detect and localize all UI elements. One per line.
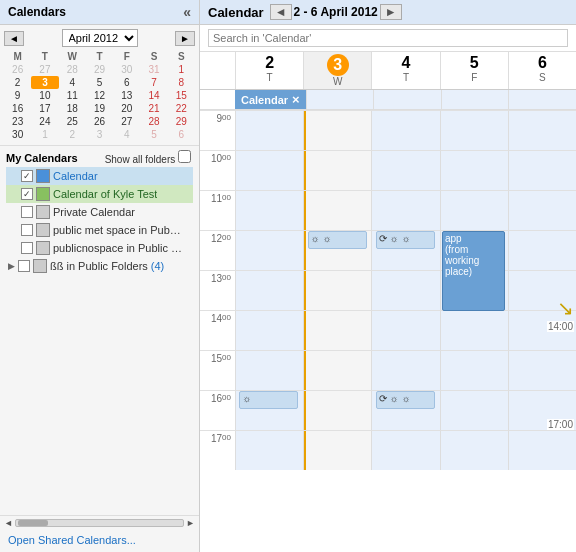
mini-cal-day[interactable]: 2 [59, 128, 86, 141]
mini-cal-day[interactable]: 2 [4, 76, 31, 89]
mini-cal-day[interactable]: 31 [140, 63, 167, 76]
cal-item-checkbox[interactable] [18, 260, 30, 272]
grid-cell-11-3[interactable] [440, 190, 508, 230]
mini-cal-month-select[interactable]: April 2012 [62, 29, 138, 47]
cal-item[interactable]: ▶ßß in Public Folders (4) [6, 257, 193, 275]
mini-cal-day[interactable]: 22 [168, 102, 195, 115]
show-all-label[interactable]: Show all folders [105, 150, 193, 165]
mini-cal-day[interactable]: 7 [140, 76, 167, 89]
grid-cell-15-2[interactable] [371, 350, 439, 390]
scroll-right-arrow[interactable]: ► [186, 518, 195, 528]
grid-cell-16-3[interactable] [440, 390, 508, 430]
mini-cal-day[interactable]: 4 [113, 128, 140, 141]
mini-cal-day[interactable]: 21 [140, 102, 167, 115]
cal-item[interactable]: Private Calendar [6, 203, 193, 221]
grid-cell-13-1[interactable] [303, 270, 371, 310]
mini-cal-day[interactable]: 3 [86, 128, 113, 141]
open-shared-link[interactable]: Open Shared Calendars... [8, 534, 136, 546]
grid-cell-16-0[interactable]: ☼ [235, 390, 303, 430]
mini-cal-day[interactable]: 10 [31, 89, 58, 102]
grid-cell-10-4[interactable] [508, 150, 576, 190]
grid-cell-13-4[interactable]: ↘14:00 [508, 270, 576, 310]
grid-cell-10-0[interactable] [235, 150, 303, 190]
grid-cell-17-0[interactable] [235, 430, 303, 470]
grid-cell-9-3[interactable] [440, 110, 508, 150]
close-cal-button[interactable]: × [292, 92, 300, 107]
calendar-event[interactable]: ☼ ☼ [308, 231, 367, 249]
grid-cell-9-1[interactable] [303, 110, 371, 150]
cal-item-checkbox[interactable] [21, 224, 33, 236]
grid-cell-11-1[interactable] [303, 190, 371, 230]
grid-cell-15-1[interactable] [303, 350, 371, 390]
grid-cell-15-0[interactable] [235, 350, 303, 390]
calendar-event[interactable]: app (from working place) [442, 231, 505, 311]
mini-cal-day[interactable]: 11 [59, 89, 86, 102]
mini-cal-day[interactable]: 8 [168, 76, 195, 89]
mini-cal-day[interactable]: 18 [59, 102, 86, 115]
grid-cell-10-2[interactable] [371, 150, 439, 190]
grid-cell-14-0[interactable] [235, 310, 303, 350]
grid-cell-12-3[interactable]: app (from working place) [440, 230, 508, 270]
grid-cell-13-2[interactable] [371, 270, 439, 310]
mini-cal-prev[interactable]: ◄ [4, 31, 24, 46]
mini-cal-day[interactable]: 23 [4, 115, 31, 128]
calendar-event[interactable]: ☼ [239, 391, 298, 409]
grid-cell-14-1[interactable] [303, 310, 371, 350]
grid-cell-10-3[interactable] [440, 150, 508, 190]
mini-cal-day[interactable]: 29 [86, 63, 113, 76]
mini-cal-day[interactable]: 27 [113, 115, 140, 128]
mini-cal-day[interactable]: 28 [140, 115, 167, 128]
cal-item-checkbox[interactable] [21, 170, 33, 182]
grid-cell-17-3[interactable] [440, 430, 508, 470]
mini-cal-day[interactable]: 5 [140, 128, 167, 141]
grid-cell-17-1[interactable] [303, 430, 371, 470]
mini-cal-day[interactable]: 20 [113, 102, 140, 115]
cal-prev-btn[interactable]: ◄ [270, 4, 292, 20]
mini-cal-day[interactable]: 9 [4, 89, 31, 102]
cal-item-checkbox[interactable] [21, 188, 33, 200]
grid-cell-12-1[interactable]: ☼ ☼ [303, 230, 371, 270]
cal-next-btn[interactable]: ► [380, 4, 402, 20]
cal-item-checkbox[interactable] [21, 242, 33, 254]
mini-cal-day[interactable]: 15 [168, 89, 195, 102]
grid-cell-17-4[interactable]: 17:00 [508, 430, 576, 470]
cal-item[interactable]: Calendar of Kyle Test [6, 185, 193, 203]
grid-cell-10-1[interactable] [303, 150, 371, 190]
grid-cell-14-2[interactable] [371, 310, 439, 350]
grid-cell-15-3[interactable] [440, 350, 508, 390]
cal-item[interactable]: public met space in Public F [6, 221, 193, 239]
grid-cell-16-2[interactable]: ⟳ ☼ ☼ [371, 390, 439, 430]
mini-cal-day[interactable]: 26 [4, 63, 31, 76]
cal-scroll-thumb[interactable] [18, 520, 48, 526]
grid-cell-17-2[interactable] [371, 430, 439, 470]
mini-cal-day[interactable]: 6 [168, 128, 195, 141]
mini-cal-day[interactable]: 1 [31, 128, 58, 141]
time-grid-scroll[interactable]: 900100011001200☼ ☼⟳ ☼ ☼app (from working… [200, 110, 576, 552]
mini-cal-day[interactable]: 6 [113, 76, 140, 89]
calendar-event[interactable]: ⟳ ☼ ☼ [376, 391, 435, 409]
collapse-button[interactable]: « [183, 4, 191, 20]
grid-cell-16-1[interactable] [303, 390, 371, 430]
mini-cal-day[interactable]: 5 [86, 76, 113, 89]
mini-cal-day[interactable]: 13 [113, 89, 140, 102]
search-input[interactable] [208, 29, 568, 47]
mini-cal-day[interactable]: 19 [86, 102, 113, 115]
mini-cal-day[interactable]: 25 [59, 115, 86, 128]
mini-cal-day[interactable]: 26 [86, 115, 113, 128]
mini-cal-day[interactable]: 4 [59, 76, 86, 89]
mini-cal-day[interactable]: 27 [31, 63, 58, 76]
mini-cal-day[interactable]: 29 [168, 115, 195, 128]
expand-icon[interactable]: ▶ [8, 261, 15, 271]
cal-item[interactable]: publicnospace in Public Folb [6, 239, 193, 257]
grid-cell-11-0[interactable] [235, 190, 303, 230]
grid-cell-14-3[interactable] [440, 310, 508, 350]
grid-cell-12-0[interactable] [235, 230, 303, 270]
mini-cal-day[interactable]: 16 [4, 102, 31, 115]
grid-cell-9-0[interactable] [235, 110, 303, 150]
mini-cal-day[interactable]: 30 [113, 63, 140, 76]
mini-cal-day[interactable]: 17 [31, 102, 58, 115]
grid-cell-15-4[interactable] [508, 350, 576, 390]
show-all-checkbox[interactable] [178, 150, 191, 163]
mini-cal-day[interactable]: 28 [59, 63, 86, 76]
grid-cell-13-0[interactable] [235, 270, 303, 310]
